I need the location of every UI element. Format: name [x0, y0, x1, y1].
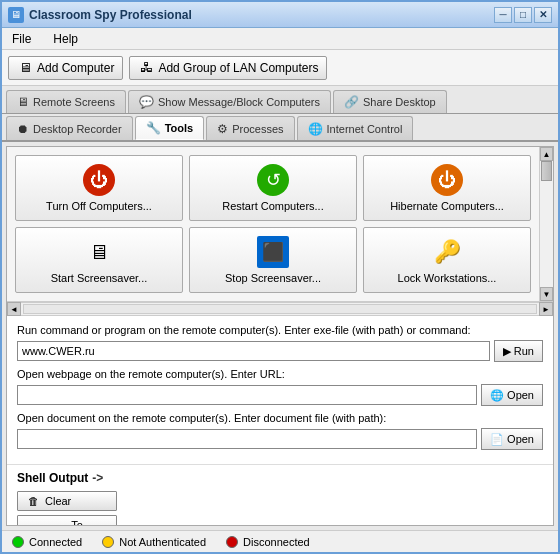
tab-show-message[interactable]: 💬 Show Message/Block Computers: [128, 90, 331, 113]
close-button[interactable]: ✕: [534, 7, 552, 23]
horizontal-scrollbar[interactable]: ◄ ►: [7, 302, 553, 316]
vertical-scrollbar[interactable]: ▲ ▼: [539, 147, 553, 301]
add-group-button[interactable]: 🖧 Add Group of LAN Computers: [129, 56, 327, 80]
open-doc-input[interactable]: [17, 429, 477, 449]
shell-output-title: Shell Output: [17, 471, 88, 485]
tab-remote-screens[interactable]: 🖥 Remote Screens: [6, 90, 126, 113]
open-doc-button[interactable]: 📄 Open: [481, 428, 543, 450]
turn-off-button[interactable]: ⏻ Turn Off Computers...: [15, 155, 183, 221]
menu-help[interactable]: Help: [47, 31, 84, 47]
add-group-icon: 🖧: [138, 60, 154, 76]
maximize-button[interactable]: □: [514, 7, 532, 23]
menu-bar: File Help: [2, 28, 558, 50]
internet-control-icon: 🌐: [308, 122, 323, 136]
clipboard-icon: 📋: [28, 525, 42, 527]
not-authenticated-indicator: [102, 536, 114, 548]
turn-off-label: Turn Off Computers...: [46, 200, 152, 212]
tab-strip-top: 🖥 Remote Screens 💬 Show Message/Block Co…: [2, 86, 558, 114]
app-title: Classroom Spy Professional: [29, 8, 192, 22]
shell-output-header: Shell Output ->: [17, 471, 543, 485]
hibernate-button[interactable]: ⏻ Hibernate Computers...: [363, 155, 531, 221]
tab-remote-screens-label: Remote Screens: [33, 96, 115, 108]
tab-tools[interactable]: 🔧 Tools: [135, 116, 205, 140]
open-web-label: Open webpage on the remote computer(s). …: [17, 368, 543, 380]
command-area: Run command or program on the remote com…: [7, 316, 553, 465]
tools-icon: 🔧: [146, 121, 161, 135]
tab-share-desktop-label: Share Desktop: [363, 96, 436, 108]
open-doc-label: Open document on the remote computer(s).…: [17, 412, 543, 424]
status-connected: Connected: [12, 536, 82, 548]
shell-output-section: Shell Output -> 🗑 Clear 📋 To Clipboard: [7, 465, 553, 526]
scroll-right-button[interactable]: ►: [539, 302, 553, 316]
lock-icon: 🔑: [431, 236, 463, 268]
lock-workstations-button[interactable]: 🔑 Lock Workstations...: [363, 227, 531, 293]
scroll-down-button[interactable]: ▼: [540, 287, 553, 301]
clear-icon: 🗑: [28, 495, 39, 507]
tab-strip-bottom: ⏺ Desktop Recorder 🔧 Tools ⚙ Processes 🌐…: [2, 114, 558, 142]
run-command-label: Run command or program on the remote com…: [17, 324, 543, 336]
connected-indicator: [12, 536, 24, 548]
add-group-label: Add Group of LAN Computers: [158, 61, 318, 75]
remote-screens-icon: 🖥: [17, 95, 29, 109]
app-window: 🖥 Classroom Spy Professional ─ □ ✕ File …: [0, 0, 560, 554]
tab-internet-control-label: Internet Control: [327, 123, 403, 135]
open-web-input[interactable]: [17, 385, 477, 405]
title-buttons: ─ □ ✕: [494, 7, 552, 23]
run-command-input[interactable]: [17, 341, 490, 361]
lock-workstations-label: Lock Workstations...: [398, 272, 497, 284]
open-web-row: 🌐 Open: [17, 384, 543, 406]
stop-screensaver-label: Stop Screensaver...: [225, 272, 321, 284]
desktop-recorder-icon: ⏺: [17, 122, 29, 136]
share-desktop-icon: 🔗: [344, 95, 359, 109]
menu-file[interactable]: File: [6, 31, 37, 47]
tab-desktop-recorder[interactable]: ⏺ Desktop Recorder: [6, 116, 133, 140]
restart-button[interactable]: ↺ Restart Computers...: [189, 155, 357, 221]
add-computer-icon: 🖥: [17, 60, 33, 76]
status-bar: Connected Not Authenticated Disconnected: [2, 530, 558, 552]
tab-desktop-recorder-label: Desktop Recorder: [33, 123, 122, 135]
tools-wrapper: ⏻ Turn Off Computers... ↺ Restart Comput…: [7, 147, 553, 302]
hibernate-icon: ⏻: [431, 164, 463, 196]
restart-label: Restart Computers...: [222, 200, 323, 212]
scroll-left-button[interactable]: ◄: [7, 302, 21, 316]
shell-output-buttons: 🗑 Clear 📋 To Clipboard 💾 Save...: [17, 491, 543, 526]
open-doc-row: 📄 Open: [17, 428, 543, 450]
toolbar: 🖥 Add Computer 🖧 Add Group of LAN Comput…: [2, 50, 558, 86]
open-web-button[interactable]: 🌐 Open: [481, 384, 543, 406]
start-screensaver-label: Start Screensaver...: [51, 272, 148, 284]
tab-processes[interactable]: ⚙ Processes: [206, 116, 294, 140]
shell-arrow: ->: [92, 471, 103, 485]
title-bar: 🖥 Classroom Spy Professional ─ □ ✕: [2, 2, 558, 28]
scroll-thumb[interactable]: [541, 161, 552, 181]
status-not-authenticated: Not Authenticated: [102, 536, 206, 548]
content-area: ⏻ Turn Off Computers... ↺ Restart Comput…: [6, 146, 554, 526]
run-icon: ▶: [503, 345, 511, 358]
add-computer-button[interactable]: 🖥 Add Computer: [8, 56, 123, 80]
stop-screensaver-button[interactable]: ⬛ Stop Screensaver...: [189, 227, 357, 293]
disconnected-indicator: [226, 536, 238, 548]
disconnected-label: Disconnected: [243, 536, 310, 548]
tools-grid: ⏻ Turn Off Computers... ↺ Restart Comput…: [7, 147, 539, 301]
run-button[interactable]: ▶ Run: [494, 340, 543, 362]
tab-tools-label: Tools: [165, 122, 194, 134]
tab-internet-control[interactable]: 🌐 Internet Control: [297, 116, 414, 140]
clear-button[interactable]: 🗑 Clear: [17, 491, 117, 511]
status-disconnected: Disconnected: [226, 536, 310, 548]
run-command-row: ▶ Run: [17, 340, 543, 362]
open-web-icon: 🌐: [490, 389, 504, 402]
show-message-icon: 💬: [139, 95, 154, 109]
not-authenticated-label: Not Authenticated: [119, 536, 206, 548]
stop-screensaver-icon: ⬛: [257, 236, 289, 268]
title-bar-left: 🖥 Classroom Spy Professional: [8, 7, 192, 23]
to-clipboard-button[interactable]: 📋 To Clipboard: [17, 515, 117, 526]
tab-show-message-label: Show Message/Block Computers: [158, 96, 320, 108]
tab-processes-label: Processes: [232, 123, 283, 135]
tab-share-desktop[interactable]: 🔗 Share Desktop: [333, 90, 447, 113]
start-screensaver-button[interactable]: 🖥 Start Screensaver...: [15, 227, 183, 293]
hibernate-label: Hibernate Computers...: [390, 200, 504, 212]
minimize-button[interactable]: ─: [494, 7, 512, 23]
processes-icon: ⚙: [217, 122, 228, 136]
screensaver-icon: 🖥: [83, 236, 115, 268]
scroll-up-button[interactable]: ▲: [540, 147, 553, 161]
connected-label: Connected: [29, 536, 82, 548]
